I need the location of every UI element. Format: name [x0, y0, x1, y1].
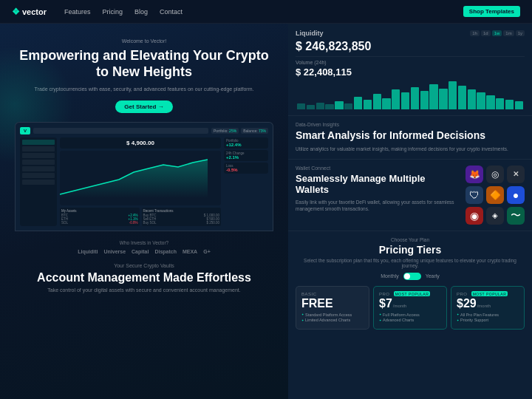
navbar: ❖ vector Features Pricing Blog Contact S… [0, 0, 532, 24]
dash-right-card-2: 24h Change +2.1% [224, 150, 268, 161]
separator-1 [296, 56, 525, 57]
wallet-icon-8: ◈ [486, 207, 504, 225]
wallet-section: Wallet Connect Seamlessly Manage Multipl… [288, 160, 532, 231]
dash-sidebar [20, 137, 57, 226]
dash-right-card-1: Portfolio +12.4% [224, 137, 268, 149]
account-label: Your Secure Crypto Vaults [15, 263, 273, 268]
account-section: Your Secure Crypto Vaults Account Manage… [15, 263, 273, 293]
volume-price: $ 22,408,115 [296, 66, 525, 78]
dash-sidebar-item-7 [22, 180, 55, 185]
bar-22 [505, 100, 514, 109]
right-panel: Liquidity 1h 1d 1w 1m 1y $ 246,823,850 V… [288, 24, 532, 399]
dash-price: $ 4,900.00 [60, 137, 221, 149]
dash-table: My Assets BTC+2.4% ETH+1.1% SOL-0.8% Rec… [60, 208, 221, 226]
liquidity-price: $ 246,823,850 [296, 40, 525, 53]
dash-content: $ 4,900.00 [20, 137, 268, 226]
wallet-icon-9: 〜 [507, 207, 525, 225]
filter-1m[interactable]: 1m [503, 30, 514, 36]
filter-1d[interactable]: 1d [481, 30, 491, 36]
page-wrapper: Welcome to Vector! Empowering and Elevat… [0, 24, 532, 399]
price-amount-pro1: $7 [379, 298, 392, 310]
left-panel: Welcome to Vector! Empowering and Elevat… [0, 24, 288, 399]
filter-1h[interactable]: 1h [470, 30, 480, 36]
wallet-icon-2: ◎ [486, 166, 504, 183]
bar-0 [297, 103, 305, 109]
filter-1y[interactable]: 1y [516, 30, 525, 36]
filter-1w[interactable]: 1w [492, 30, 502, 36]
pricing-card-basic: BASIC FREE Standard Platform Access Limi… [296, 286, 369, 330]
bar-4 [335, 101, 343, 109]
liquidity-header: Liquidity 1h 1d 1w 1m 1y [296, 30, 525, 37]
wallet-icons-grid: 🦊 ◎ ✕ 🛡 🔶 ● ◉ ◈ 〜 [466, 166, 525, 225]
toggle-monthly: Monthly [381, 273, 399, 279]
dash-main: $ 4,900.00 [60, 137, 221, 226]
bar-19 [477, 92, 485, 109]
feature-basic-1: Standard Platform Access [301, 313, 364, 317]
dash-card-value-2: +2.1% [226, 155, 266, 160]
toggle-switch[interactable] [403, 273, 421, 280]
shop-templates-button[interactable]: Shop Templates [463, 6, 520, 17]
price-period-pro1: /month [393, 304, 406, 308]
bar-9 [382, 98, 390, 109]
wallet-desc: Easily link with your favorite DeFi wall… [296, 199, 460, 214]
feature-basic-2: Limited Advanced Charts [301, 318, 364, 322]
bar-8 [373, 94, 381, 109]
dash-card-value-1: +12.4% [226, 143, 266, 147]
investors-label: Who Invests in Vector? [15, 240, 273, 245]
dash-sidebar-item-4 [22, 160, 55, 165]
bar-2 [316, 103, 324, 110]
pricing-cards: BASIC FREE Standard Platform Access Limi… [296, 286, 525, 330]
dash-topbar: V Portfolio: 25% Balance: 73% [20, 127, 268, 134]
investor-logo-1: Liquiditi [78, 249, 98, 254]
price-period-pro2: /month [477, 304, 491, 308]
pricing-subtitle: Select the subscription plan that fits y… [296, 258, 525, 268]
logo: ❖ vector [12, 7, 47, 17]
bar-6 [354, 97, 362, 109]
logo-text: vector [22, 7, 47, 16]
bar-16 [449, 81, 457, 109]
insights-section: Data-Driven Insights Smart Analysis for … [288, 116, 532, 160]
dash-right-panel: Portfolio +12.4% 24h Change +2.1% Loss -… [224, 137, 268, 226]
bar-chart [296, 80, 525, 109]
nav-links: Features Pricing Blog Contact [64, 7, 183, 16]
nav-pricing[interactable]: Pricing [103, 8, 123, 16]
dash-sidebar-item-6 [22, 173, 55, 178]
investor-logo-4: Dispatch [154, 249, 177, 254]
wallet-icon-7: ◉ [466, 207, 483, 225]
pricing-card-pro2: PRO Most Popular $29 /month All Pro Plan… [451, 286, 525, 330]
dash-search-bar [33, 128, 208, 134]
tier-label-basic: BASIC [301, 292, 364, 296]
hero-title: Empowering and Elevating Your Crypto to … [15, 48, 273, 80]
feature-pro1-2: Advanced Charts [379, 318, 441, 322]
wallet-icon-6: ● [507, 186, 525, 204]
bar-14 [429, 84, 437, 109]
wallet-icon-3: ✕ [507, 166, 525, 183]
investor-logo-6: G+ [203, 249, 211, 254]
dash-sidebar-item-2 [22, 146, 55, 151]
get-started-button[interactable]: Get Started → [115, 100, 172, 113]
bar-7 [364, 100, 372, 109]
features-pro2: All Pro Plan Features Priority Support [457, 313, 519, 323]
investor-logo-3: Capital [132, 249, 149, 254]
dash-sidebar-item-1 [22, 140, 55, 145]
insights-label: Data-Driven Insights [296, 122, 525, 127]
investors-logos: Liquiditi Universe Capital Dispatch MEXA… [15, 249, 273, 254]
nav-blog[interactable]: Blog [134, 8, 148, 16]
bar-15 [439, 89, 447, 110]
wallet-text: Wallet Connect Seamlessly Manage Multipl… [296, 166, 460, 225]
account-subtitle: Take control of your digital assets with… [15, 287, 273, 293]
feature-pro2-2: Priority Support [457, 318, 519, 322]
pricing-choose: Choose Your Plan [296, 237, 525, 242]
wallet-title: Seamlessly Manage Multiple Wallets [296, 173, 460, 196]
dash-logo: V [20, 127, 30, 134]
dash-sidebar-item-3 [22, 153, 55, 158]
nav-contact[interactable]: Contact [160, 8, 183, 16]
nav-features[interactable]: Features [64, 8, 91, 16]
wallet-icon-4: 🛡 [466, 186, 483, 204]
bar-23 [515, 101, 523, 109]
bar-11 [401, 92, 409, 109]
bar-17 [458, 86, 466, 109]
dash-stat-balance: Balance: 73% [241, 128, 268, 134]
dash-sidebar-item-5 [22, 166, 55, 171]
account-title: Account Management Made Effortless [15, 270, 273, 284]
